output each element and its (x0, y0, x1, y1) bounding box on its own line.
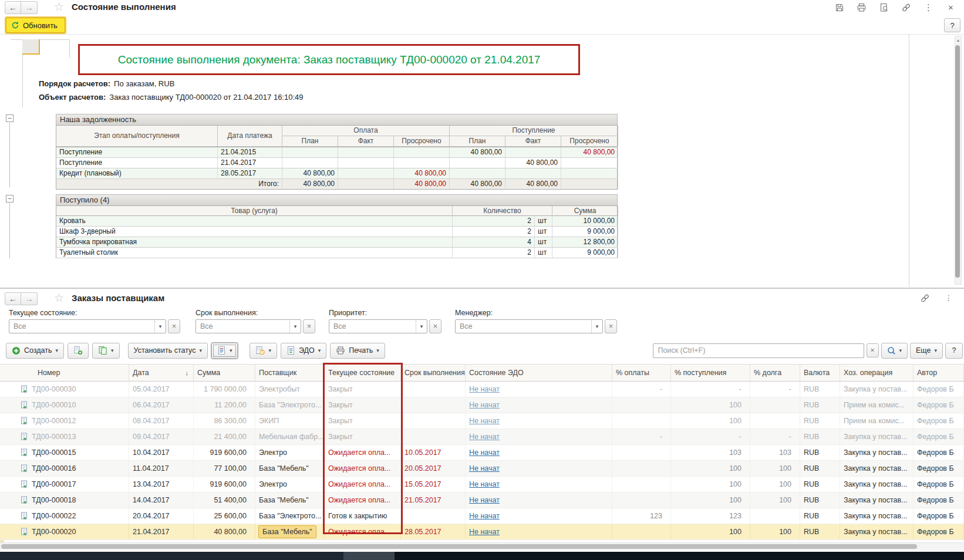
save-icon[interactable] (834, 2, 844, 12)
receipt-plan-cell (450, 158, 505, 168)
pay-pct-cell (612, 461, 671, 476)
favorite-star-icon[interactable]: ☆ (54, 0, 64, 14)
current-state-combobox[interactable]: Все ▾ (9, 319, 166, 333)
column-header-date[interactable]: Дата ↓ (129, 365, 194, 381)
chevron-down-icon[interactable]: ▾ (591, 320, 602, 333)
collapse-group-button[interactable]: − (6, 114, 14, 122)
column-header-number[interactable]: Номер (0, 365, 129, 381)
due-date-cell: 28.05.2017 (401, 524, 466, 539)
clear-filter-button[interactable]: × (303, 319, 315, 333)
column-header-sum[interactable]: Сумма (194, 365, 255, 381)
edo-state-link[interactable]: Не начат (469, 512, 500, 520)
close-icon[interactable]: × (946, 2, 956, 12)
clear-filter-button[interactable]: × (168, 319, 180, 333)
favorite-star-icon[interactable]: ☆ (54, 291, 64, 305)
more-icon[interactable]: ⋮ (945, 294, 953, 303)
date-cell: 21.04.2015 (218, 147, 282, 157)
priority-combobox[interactable]: Все ▾ (329, 319, 427, 333)
column-header-debt-pct[interactable]: % долга (750, 365, 800, 381)
table-row[interactable]: ТД00-000017 13.04.2017 919 600,00 Электр… (0, 477, 964, 492)
edo-state-cell: Не начат (466, 477, 612, 492)
edo-state-link[interactable]: Не начат (469, 385, 500, 393)
table-row[interactable]: ТД00-000022 20.04.2017 25 600,00 База "Э… (0, 508, 964, 524)
edo-state-link[interactable]: Не начат (469, 448, 500, 457)
help-button[interactable]: ? (945, 343, 963, 359)
column-header-current-state[interactable]: Текущее состояние (325, 365, 401, 381)
table-row[interactable]: ТД00-000020 21.04.2017 40 800,00 База "М… (0, 524, 964, 540)
print-button[interactable]: Печать ▾ (330, 343, 385, 359)
column-header-edo-state[interactable]: Состояние ЭДО (466, 365, 612, 381)
table-row[interactable]: ТД00-000015 10.04.2017 919 600,00 Электр… (0, 445, 964, 461)
edo-state-link[interactable]: Не начат (469, 480, 500, 488)
link-icon[interactable] (901, 2, 911, 12)
scroll-up-icon[interactable]: ▴ (955, 36, 961, 45)
filter-due-date: Срок выполнения: Все ▾ × (196, 309, 315, 333)
column-header-operation[interactable]: Хоз. операция (840, 365, 914, 381)
clear-search-button[interactable]: × (867, 343, 879, 357)
search-input[interactable] (653, 343, 864, 358)
table-row[interactable]: ТД00-000018 14.04.2017 51 400,00 База "М… (0, 492, 964, 508)
current-state-cell: Ожидается опла... (325, 461, 401, 476)
copy-document-icon (73, 346, 83, 355)
edo-state-link[interactable]: Не начат (469, 528, 500, 536)
preview-icon[interactable] (879, 2, 889, 12)
column-header-author[interactable]: Автор (914, 365, 964, 381)
due-date-combobox[interactable]: Все ▾ (196, 319, 301, 333)
more-icon[interactable]: ⋮ (923, 2, 933, 12)
clear-filter-button[interactable]: × (429, 319, 441, 333)
edo-state-link[interactable]: Не начат (469, 417, 500, 425)
edo-state-link[interactable]: Не начат (469, 401, 500, 409)
collapse-group-button[interactable]: − (6, 195, 14, 203)
more-actions-button[interactable]: Еще ▾ (910, 343, 943, 359)
column-header-supplier[interactable]: Поставщик (255, 365, 325, 381)
chevron-down-icon[interactable]: ▾ (289, 320, 301, 333)
document-report-button[interactable]: ▾ (211, 343, 238, 359)
print-icon[interactable] (857, 2, 867, 12)
refresh-button[interactable]: Обновить (6, 18, 65, 33)
currency-cell: RUB (800, 429, 840, 444)
set-status-button[interactable]: Установить статус ▾ (128, 343, 208, 359)
scrollbar-thumb[interactable] (955, 45, 960, 278)
table-row[interactable]: ТД00-000010 06.04.2017 11 200,00 База "Э… (0, 397, 964, 413)
horizontal-scrollbar[interactable] (0, 542, 964, 550)
column-header-receipt-pct[interactable]: % поступления (671, 365, 750, 381)
clear-filter-button[interactable]: × (605, 319, 617, 333)
chevron-down-icon[interactable]: ▾ (416, 320, 427, 333)
table-row[interactable]: ТД00-000013 09.04.2017 21 400,00 Мебельн… (0, 429, 964, 445)
edo-state-link[interactable]: Не начат (469, 496, 500, 504)
chevron-down-icon[interactable]: ▾ (154, 320, 166, 333)
forward-button[interactable]: → (21, 292, 38, 305)
nav-buttons: ← → (5, 292, 38, 305)
sum-cell: 919 600,00 (194, 477, 255, 492)
table-row[interactable]: ТД00-000016 11.04.2017 77 100,00 База "М… (0, 461, 964, 477)
manager-combobox[interactable]: Все ▾ (455, 319, 603, 333)
edo-state-link[interactable]: Не начат (469, 464, 500, 473)
link-icon[interactable] (920, 294, 930, 303)
spreadsheet-corner-cell[interactable] (22, 39, 40, 55)
edo-state-link[interactable]: Не начат (469, 433, 500, 441)
edo-button[interactable]: ЭДО ▾ (281, 343, 326, 359)
back-button[interactable]: ← (5, 292, 21, 305)
qty-cell: 2 (453, 216, 535, 226)
supplier-name: Электро (259, 480, 287, 488)
currency-cell: RUB (800, 461, 840, 476)
receipt-pct-cell: 100 (671, 492, 750, 508)
current-state-cell: Закрыт (325, 382, 401, 397)
forward-button[interactable]: → (21, 1, 38, 14)
unit-cell: шт (535, 227, 552, 237)
help-button[interactable]: ? (944, 18, 960, 32)
document-history-button[interactable]: ▾ (250, 343, 277, 359)
table-row[interactable]: ТД00-000012 08.04.2017 86 300,00 ЭКИП За… (0, 413, 964, 429)
copy-list-button[interactable]: ▾ (92, 343, 120, 359)
create-button[interactable]: Создать ▾ (6, 343, 64, 359)
due-date-cell: 15.05.2017 (401, 477, 466, 492)
column-header-currency[interactable]: Валюта (800, 365, 840, 381)
table-row[interactable]: ТД00-000030 05.04.2017 1 790 000,00 Элек… (0, 382, 964, 397)
filter-manager: Менеджер: Все ▾ × (455, 309, 617, 333)
back-button[interactable]: ← (5, 1, 21, 14)
column-header-due-date[interactable]: Срок выполнения (401, 365, 466, 381)
copy-document-button[interactable] (68, 343, 89, 359)
scrollbar-thumb[interactable] (1, 544, 917, 549)
column-header-pay-pct[interactable]: % оплаты (612, 365, 671, 381)
search-button[interactable]: ▾ (881, 343, 908, 359)
